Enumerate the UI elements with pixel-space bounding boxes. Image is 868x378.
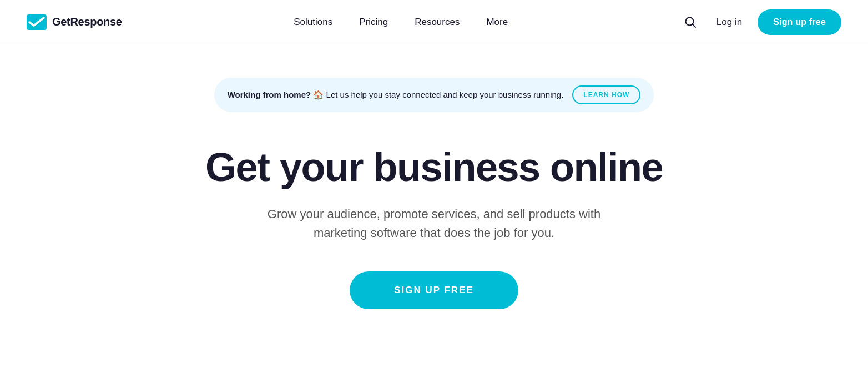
logo[interactable]: GetResponse (27, 14, 122, 30)
hero-section: Get your business online Grow your audie… (0, 112, 868, 354)
svg-line-2 (692, 24, 695, 27)
nav-resources[interactable]: Resources (403, 11, 471, 33)
nav-signup-button[interactable]: Sign up free (758, 9, 841, 35)
hero-cta-button[interactable]: SIGN UP FREE (350, 271, 518, 309)
hero-subtitle: Grow your audience, promote services, an… (256, 205, 612, 243)
announcement-banner: Working from home? 🏠 Let us help you sta… (0, 78, 868, 112)
brand-name: GetResponse (52, 16, 122, 28)
nav-pricing[interactable]: Pricing (348, 11, 399, 33)
nav-right: Log in Sign up free (680, 9, 841, 35)
banner-inner: Working from home? 🏠 Let us help you sta… (214, 78, 654, 112)
hero-title: Get your business online (205, 145, 663, 189)
banner-regular-text: Let us help you stay connected and keep … (326, 90, 564, 99)
nav-links: Solutions Pricing Resources More (282, 11, 519, 33)
nav-more[interactable]: More (475, 11, 519, 33)
login-link[interactable]: Log in (708, 11, 751, 33)
banner-bold-text: Working from home? 🏠 (228, 90, 324, 99)
banner-text: Working from home? 🏠 Let us help you sta… (228, 90, 564, 100)
search-icon (684, 16, 697, 28)
banner-learn-button[interactable]: LEARN HOW (572, 85, 640, 104)
nav-solutions[interactable]: Solutions (282, 11, 344, 33)
getresponse-logo-icon (27, 14, 47, 30)
navbar: GetResponse Solutions Pricing Resources … (0, 0, 868, 44)
search-button[interactable] (680, 12, 701, 33)
